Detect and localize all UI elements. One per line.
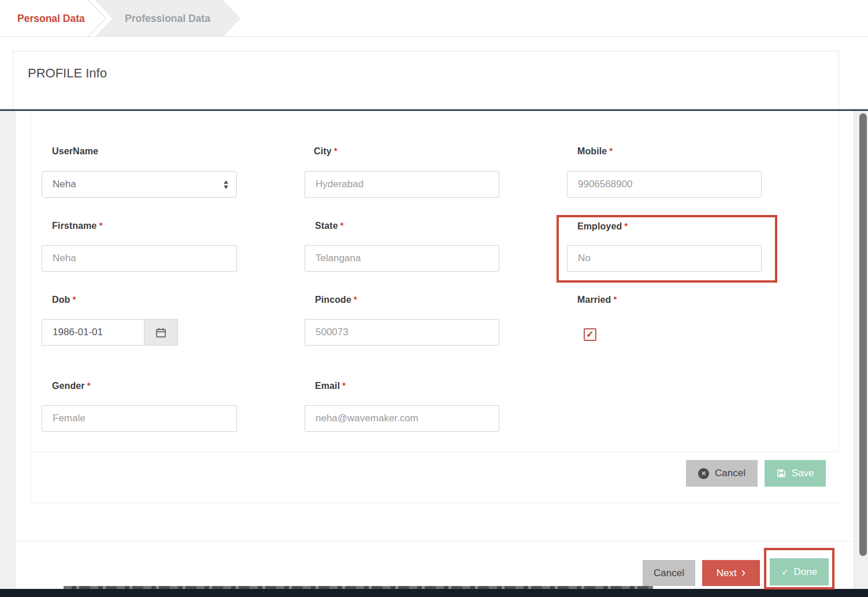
calendar-icon xyxy=(155,327,166,338)
firstname-input[interactable]: Neha xyxy=(42,245,237,272)
form-cancel-button[interactable]: ✕ Cancel xyxy=(686,460,758,487)
pincode-value: 500073 xyxy=(316,327,348,338)
required-asterisk: * xyxy=(609,146,613,155)
mobile-value: 9906568900 xyxy=(578,179,633,190)
employed-label: Employed* xyxy=(577,221,628,232)
footer-done-label: Done xyxy=(793,566,817,578)
pincode-input[interactable]: 500073 xyxy=(305,319,499,346)
state-label: State* xyxy=(315,221,344,231)
required-asterisk: * xyxy=(354,294,357,304)
dob-calendar-button[interactable] xyxy=(144,319,178,346)
dob-label: Dob* xyxy=(52,295,76,305)
state-input[interactable]: Telangana xyxy=(305,245,499,272)
footer-cancel-label: Cancel xyxy=(654,568,684,579)
select-arrows-icon xyxy=(224,180,228,189)
required-asterisk: * xyxy=(614,294,617,304)
dob-value: 1986-01-01 xyxy=(53,327,103,338)
firstname-label: Firstname* xyxy=(52,221,102,231)
profile-info-panel: PROFILE Info xyxy=(13,51,839,110)
scrollbar-track[interactable] xyxy=(854,111,868,589)
firstname-value: Neha xyxy=(53,253,76,264)
required-asterisk: * xyxy=(87,380,91,390)
state-value: Telangana xyxy=(316,253,361,264)
email-input[interactable]: neha@wavemaker.com xyxy=(305,405,499,432)
pincode-label: Pincode* xyxy=(315,295,357,305)
city-input[interactable]: Hyderabad xyxy=(305,171,499,198)
footer-cancel-button[interactable]: Cancel xyxy=(643,560,695,586)
cancel-circle-x-icon: ✕ xyxy=(698,468,709,479)
scrollbar-thumb[interactable] xyxy=(859,113,867,556)
employed-input[interactable]: No xyxy=(567,245,762,272)
required-asterisk: * xyxy=(72,294,76,304)
mobile-input[interactable]: 9906568900 xyxy=(567,171,762,198)
page-title: PROFILE Info xyxy=(28,66,107,81)
form-save-button[interactable]: Save xyxy=(765,460,826,487)
email-value: neha@wavemaker.com xyxy=(316,413,418,424)
mobile-label: Mobile* xyxy=(577,146,613,157)
left-gutter xyxy=(0,111,16,589)
email-label: Email* xyxy=(315,381,346,391)
required-asterisk: * xyxy=(99,220,102,230)
gender-input[interactable]: Female xyxy=(42,405,237,432)
check-icon: ✓ xyxy=(781,567,789,577)
footer-divider xyxy=(16,541,854,542)
required-asterisk: * xyxy=(334,146,337,155)
required-asterisk: * xyxy=(624,221,628,231)
city-value: Hyderabad xyxy=(316,179,363,190)
bottom-dark-bar xyxy=(0,589,868,597)
dob-input[interactable]: 1986-01-01 xyxy=(42,319,144,346)
screen: Personal Data Professional Data PROFILE … xyxy=(0,0,868,597)
wizard-tab-bar: Personal Data Professional Data xyxy=(0,0,868,37)
tab-professional-data[interactable]: Professional Data xyxy=(95,0,240,37)
username-label: UserName xyxy=(52,146,101,157)
username-value: Neha xyxy=(53,179,76,190)
required-asterisk: * xyxy=(340,220,344,230)
gender-label: Gender* xyxy=(52,381,91,391)
form-footer: ✕ Cancel Save xyxy=(32,451,839,503)
footer-done-button[interactable]: ✓ Done xyxy=(770,558,829,585)
footer-next-button[interactable]: Next › xyxy=(702,560,760,586)
employed-value: No xyxy=(578,253,591,264)
save-floppy-icon xyxy=(777,469,786,478)
married-label: Married* xyxy=(577,295,617,305)
married-checkbox[interactable]: ✓ xyxy=(584,328,596,341)
city-label: City* xyxy=(314,146,337,157)
username-select[interactable]: Neha xyxy=(42,171,237,198)
form-save-label: Save xyxy=(792,468,814,479)
checkmark-icon: ✓ xyxy=(586,330,593,339)
gender-value: Female xyxy=(53,413,86,424)
footer-next-label: Next xyxy=(717,568,737,579)
required-asterisk: * xyxy=(342,380,346,390)
form-cancel-label: Cancel xyxy=(715,468,745,479)
profile-form-panel: ✕ Cancel Save xyxy=(31,111,839,503)
